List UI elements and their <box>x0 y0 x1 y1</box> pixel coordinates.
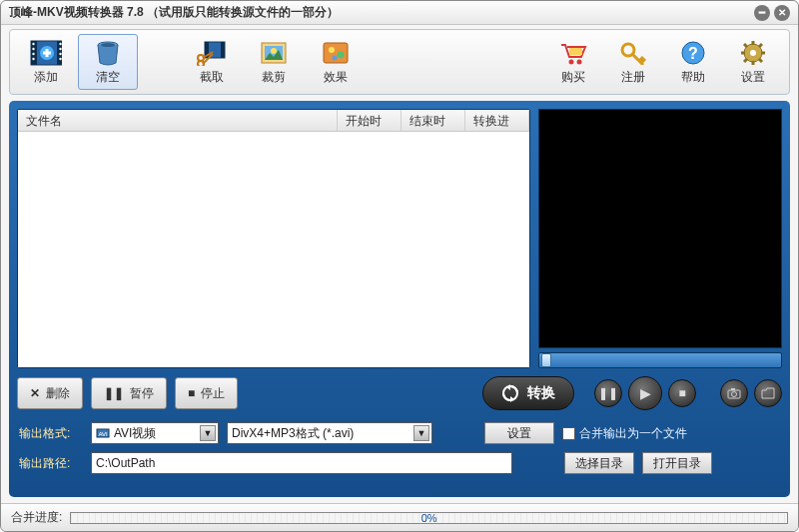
help-button[interactable]: ? 帮助 <box>663 34 723 90</box>
svg-point-3 <box>32 42 34 44</box>
svg-point-15 <box>101 43 115 47</box>
col-start[interactable]: 开始时间 <box>338 110 401 131</box>
chevron-down-icon: ▼ <box>200 425 216 441</box>
effect-label: 效果 <box>324 69 348 86</box>
media-stop-button[interactable]: ■ <box>668 379 696 407</box>
crop-button[interactable]: 裁剪 <box>244 34 304 90</box>
film-add-icon <box>30 39 62 67</box>
add-button[interactable]: 添加 <box>16 34 76 90</box>
file-list-header: 文件名 开始时间 结束时间 转换进度 <box>18 110 529 132</box>
stop-label: 停止 <box>201 385 225 402</box>
open-folder-button[interactable] <box>754 379 782 407</box>
file-list-panel: 文件名 开始时间 结束时间 转换进度 <box>17 109 530 368</box>
svg-point-28 <box>338 51 345 58</box>
format-type-value: AVI视频 <box>114 425 156 442</box>
stop-button[interactable]: ■ 停止 <box>175 377 238 409</box>
settings-label: 设置 <box>741 69 765 86</box>
buy-button[interactable]: 购买 <box>543 34 603 90</box>
svg-point-30 <box>569 59 574 64</box>
register-label: 注册 <box>621 69 645 86</box>
media-pause-button[interactable]: ❚❚ <box>594 379 622 407</box>
stop-icon: ■ <box>188 386 195 400</box>
merge-checkbox[interactable]: 合并输出为一个文件 <box>562 425 687 442</box>
output-path-field[interactable]: C:\OutPath <box>91 452 512 474</box>
camera-icon <box>727 387 741 399</box>
delete-button[interactable]: ✕ 删除 <box>17 377 83 409</box>
convert-button[interactable]: 转换 <box>482 376 574 410</box>
scissors-film-icon <box>196 39 228 67</box>
effect-button[interactable]: 效果 <box>306 34 366 90</box>
convert-label: 转换 <box>527 384 555 402</box>
format-codec-combo[interactable]: DivX4+MP3格式 (*.avi) ▼ <box>227 422 432 444</box>
svg-line-42 <box>744 44 747 47</box>
help-label: 帮助 <box>681 69 705 86</box>
svg-line-45 <box>759 44 762 47</box>
output-settings: 输出格式: AVI AVI视频 ▼ DivX4+MP3格式 (*.avi) ▼ … <box>17 418 782 478</box>
register-button[interactable]: 注册 <box>603 34 663 90</box>
mid-controls: ✕ 删除 ❚❚ 暂停 ■ 停止 转换 ❚❚ ▶ ■ <box>17 376 782 410</box>
clear-label: 清空 <box>96 69 120 86</box>
preview-seek-slider[interactable] <box>538 352 782 368</box>
svg-point-10 <box>59 57 61 59</box>
svg-point-27 <box>329 47 335 53</box>
svg-line-43 <box>759 59 762 62</box>
svg-point-5 <box>32 52 34 54</box>
svg-point-37 <box>750 50 756 56</box>
col-progress[interactable]: 转换进度 <box>465 110 529 131</box>
file-list-body[interactable] <box>18 132 529 367</box>
col-filename[interactable]: 文件名 <box>18 110 338 131</box>
window-title: 顶峰-MKV视频转换器 7.8 （试用版只能转换源文件的一部分） <box>9 4 339 21</box>
buy-label: 购买 <box>561 69 585 86</box>
format-codec-value: DivX4+MP3格式 (*.avi) <box>232 425 354 442</box>
svg-rect-13 <box>43 51 51 54</box>
svg-rect-32 <box>569 48 582 55</box>
browse-button[interactable]: 选择目录 <box>564 452 634 474</box>
add-label: 添加 <box>34 69 58 86</box>
media-play-button[interactable]: ▶ <box>628 376 662 410</box>
settings-button[interactable]: 设置 <box>723 34 783 90</box>
effect-icon <box>320 39 352 67</box>
merge-progress-percent: 0% <box>421 512 437 524</box>
chevron-down-icon: ▼ <box>413 425 429 441</box>
refresh-icon <box>501 384 519 402</box>
crop-label: 裁剪 <box>262 69 286 86</box>
seek-thumb[interactable] <box>541 353 551 367</box>
format-label: 输出格式: <box>19 425 83 442</box>
delete-label: 删除 <box>46 385 70 402</box>
svg-text:?: ? <box>688 45 698 62</box>
x-icon: ✕ <box>30 386 40 400</box>
preview-panel <box>538 109 782 368</box>
cart-icon <box>557 39 589 67</box>
minimize-button[interactable]: ━ <box>754 5 770 21</box>
titlebar: 顶峰-MKV视频转换器 7.8 （试用版只能转换源文件的一部分） ━ ✕ <box>1 1 798 25</box>
crop-frame-icon <box>258 39 290 67</box>
clear-button[interactable]: 清空 <box>78 34 138 90</box>
preview-screen[interactable] <box>538 109 782 348</box>
svg-point-7 <box>59 42 61 44</box>
svg-point-47 <box>732 392 737 397</box>
svg-text:AVI: AVI <box>98 431 108 437</box>
merge-label: 合并输出为一个文件 <box>579 425 687 442</box>
main-area: 文件名 开始时间 结束时间 转换进度 ✕ 删除 ❚❚ 暂停 <box>9 101 790 497</box>
svg-point-9 <box>59 52 61 54</box>
col-end[interactable]: 结束时间 <box>401 110 465 131</box>
svg-rect-18 <box>221 42 225 58</box>
open-dir-button[interactable]: 打开目录 <box>642 452 712 474</box>
output-path-value: C:\OutPath <box>96 456 155 470</box>
snapshot-button[interactable] <box>720 379 748 407</box>
capture-button[interactable]: 截取 <box>182 34 242 90</box>
folder-icon <box>761 387 775 399</box>
key-icon <box>617 39 649 67</box>
close-button[interactable]: ✕ <box>774 5 790 21</box>
svg-line-44 <box>744 59 747 62</box>
merge-progress-bar: 0% <box>70 512 788 524</box>
output-settings-button[interactable]: 设置 <box>484 422 554 444</box>
svg-point-8 <box>59 47 61 49</box>
pause-button[interactable]: ❚❚ 暂停 <box>91 377 167 409</box>
gear-icon <box>737 39 769 67</box>
svg-point-29 <box>333 55 338 60</box>
format-type-combo[interactable]: AVI AVI视频 ▼ <box>91 422 219 444</box>
checkbox-box <box>562 427 575 440</box>
svg-point-31 <box>577 59 582 64</box>
svg-point-4 <box>32 47 34 49</box>
